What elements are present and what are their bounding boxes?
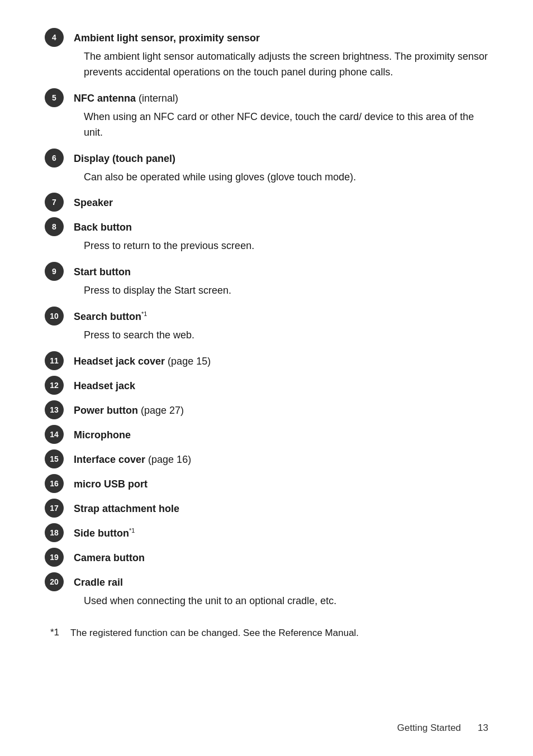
item-label-18: Side button*1 [74, 523, 135, 541]
items-list: 4Ambient light sensor, proximity sensorT… [45, 28, 488, 609]
item-badge-17: 17 [45, 499, 64, 518]
item-badge-14: 14 [45, 425, 64, 444]
item-row-5: 5NFC antenna (internal) [45, 88, 488, 107]
item-label-4: Ambient light sensor, proximity sensor [74, 28, 260, 46]
item-row-16: 16micro USB port [45, 474, 488, 493]
item-desc-8: Press to return to the previous screen. [84, 238, 488, 254]
item-row-19: 19Camera button [45, 548, 488, 567]
item-badge-15: 15 [45, 449, 64, 468]
item-badge-19: 19 [45, 548, 64, 567]
item-label-17: Strap attachment hole [74, 499, 179, 516]
item-badge-4: 4 [45, 28, 64, 47]
footer-page-number: 13 [478, 722, 488, 734]
item-row-17: 17Strap attachment hole [45, 499, 488, 518]
item-badge-12: 12 [45, 376, 64, 395]
footnote-marker: *1 [50, 626, 59, 638]
item-label-7: Speaker [74, 193, 113, 210]
item-row-18: 18Side button*1 [45, 523, 488, 542]
item-row-4: 4Ambient light sensor, proximity sensor [45, 28, 488, 47]
item-row-13: 13Power button (page 27) [45, 400, 488, 419]
item-row-12: 12Headset jack [45, 376, 488, 395]
item-row-10: 10Search button*1 [45, 307, 488, 326]
item-badge-6: 6 [45, 149, 64, 168]
item-label-15: Interface cover (page 16) [74, 449, 191, 467]
item-desc-10: Press to search the web. [84, 328, 488, 343]
item-row-14: 14Microphone [45, 425, 488, 444]
item-row-7: 7Speaker [45, 193, 488, 212]
item-badge-13: 13 [45, 400, 64, 419]
footnote-section: *1 The registered function can be change… [50, 626, 488, 640]
item-label-5: NFC antenna (internal) [74, 88, 178, 106]
item-row-11: 11Headset jack cover (page 15) [45, 351, 488, 370]
footnote-text: The registered function can be changed. … [70, 626, 359, 640]
item-desc-20: Used when connecting the unit to an opti… [84, 594, 488, 609]
page-content: 4Ambient light sensor, proximity sensorT… [0, 0, 533, 685]
item-label-13: Power button (page 27) [74, 400, 184, 418]
page-footer: Getting Started 13 [397, 722, 488, 734]
item-desc-6: Can also be operated while using gloves … [84, 170, 488, 185]
item-row-9: 9Start button [45, 262, 488, 281]
item-desc-9: Press to display the Start screen. [84, 283, 488, 299]
item-row-6: 6Display (touch panel) [45, 149, 488, 168]
item-badge-16: 16 [45, 474, 64, 493]
footer-section-label: Getting Started [397, 722, 461, 734]
item-badge-5: 5 [45, 88, 64, 107]
item-label-20: Cradle rail [74, 572, 123, 590]
item-badge-20: 20 [45, 572, 64, 591]
item-badge-7: 7 [45, 193, 64, 212]
item-label-12: Headset jack [74, 376, 135, 394]
item-badge-9: 9 [45, 262, 64, 281]
item-badge-18: 18 [45, 523, 64, 542]
item-label-10: Search button*1 [74, 307, 147, 324]
item-label-19: Camera button [74, 548, 145, 566]
item-label-6: Display (touch panel) [74, 149, 175, 166]
item-label-8: Back button [74, 217, 132, 235]
item-row-20: 20Cradle rail [45, 572, 488, 591]
item-badge-8: 8 [45, 217, 64, 236]
item-desc-5: When using an NFC card or other NFC devi… [84, 109, 488, 141]
item-desc-4: The ambient light sensor automatically a… [84, 49, 488, 80]
item-badge-11: 11 [45, 351, 64, 370]
item-label-16: micro USB port [74, 474, 147, 492]
item-row-15: 15Interface cover (page 16) [45, 449, 488, 468]
item-label-11: Headset jack cover (page 15) [74, 351, 211, 369]
item-label-9: Start button [74, 262, 131, 280]
item-badge-10: 10 [45, 307, 64, 326]
item-row-8: 8Back button [45, 217, 488, 236]
item-label-14: Microphone [74, 425, 131, 443]
